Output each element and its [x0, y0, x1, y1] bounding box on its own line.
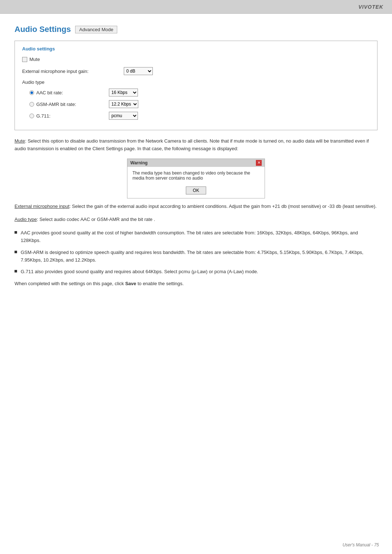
settings-box-title: Audio settings: [22, 46, 370, 52]
audio-settings-box: Audio settings Mute External microphone …: [15, 41, 377, 130]
g711-radio[interactable]: [29, 114, 34, 118]
aac-radio-row: AAC bit rate: 16 Kbps: [22, 89, 370, 97]
mute-row: Mute: [22, 57, 370, 62]
warning-close-button[interactable]: ✕: [256, 160, 262, 166]
mute-checkbox[interactable]: [22, 57, 27, 62]
gsm-radio-row: GSM-AMR bit rate: 12.2 Kbps: [22, 100, 370, 108]
audio-type-description: Audio type: Select audio codec AAC or GS…: [15, 216, 377, 223]
mute-term: Mute: [15, 138, 25, 144]
bullet-gsm-text: GSM-ARM is designed to optimize speech q…: [21, 249, 377, 264]
mute-description: Mute: Select this option to disable audi…: [15, 138, 377, 153]
gsm-radio[interactable]: [29, 102, 34, 107]
ext-mic-description: External microphone input: Select the ga…: [15, 203, 377, 210]
page-number: User's Manual - 75: [343, 542, 379, 547]
aac-label: AAC bit rate:: [36, 90, 109, 95]
bullet-square-2: [15, 251, 17, 253]
page-footer: User's Manual - 75: [343, 542, 379, 547]
gsm-select[interactable]: 12.2 Kbps: [109, 100, 138, 108]
bullet-item-aac: AAC provides good sound quality at the c…: [15, 229, 377, 245]
ext-mic-text: External microphone input: Select the ga…: [15, 203, 377, 210]
brand-logo: VIVOTEK: [359, 4, 383, 10]
mute-label: Mute: [29, 57, 40, 62]
external-mic-select[interactable]: 0 dB: [124, 67, 153, 75]
save-note-suffix: to enable the settings.: [136, 281, 184, 286]
bullet-item-gsm: GSM-ARM is designed to optimize speech q…: [15, 249, 377, 264]
g711-radio-row: G.711: pcmu: [22, 112, 370, 120]
advanced-mode-button[interactable]: Advanced Mode: [75, 26, 117, 33]
bullet-aac-text: AAC provides good sound quality at the c…: [21, 229, 377, 245]
gsm-label: GSM-AMR bit rate:: [36, 102, 109, 107]
save-note: When completed with the settings on this…: [15, 281, 377, 286]
mute-description-text: Mute: Select this option to disable audi…: [15, 138, 377, 153]
bullet-g711-text: G.711 also provides good sound quality a…: [21, 268, 258, 276]
audio-type-desc-body: : Select audio codec AAC or GSM-AMR and …: [37, 217, 155, 222]
save-note-prefix: When completed with the settings on this…: [15, 281, 125, 286]
content-area: Audio Settings Advanced Mode Audio setti…: [0, 14, 392, 301]
warning-ok-row: OK: [127, 184, 265, 198]
warning-title: Warning: [130, 160, 148, 165]
warning-dialog: Warning ✕ The media type has been change…: [127, 159, 265, 198]
warning-title-bar: Warning ✕: [127, 159, 265, 167]
ext-mic-term: External microphone input: [15, 204, 69, 209]
bullet-item-g711: G.711 also provides good sound quality a…: [15, 268, 377, 276]
bullet-square-3: [15, 270, 17, 272]
ext-mic-desc-body: : Select the gain of the external audio …: [69, 204, 377, 209]
aac-radio[interactable]: [29, 90, 34, 95]
audio-type-label: Audio type: [22, 79, 370, 85]
warning-ok-button[interactable]: OK: [186, 186, 206, 194]
page-title: Audio Settings: [15, 25, 71, 34]
warning-message: The media type has been changed to video…: [132, 171, 260, 181]
warning-content: The media type has been changed to video…: [127, 167, 265, 184]
aac-select[interactable]: 16 Kbps: [109, 89, 138, 97]
audio-type-text: Audio type: Select audio codec AAC or GS…: [15, 216, 377, 223]
top-bar: VIVOTEK: [0, 0, 392, 14]
bullet-square-1: [15, 231, 17, 234]
bullet-list: AAC provides good sound quality at the c…: [15, 229, 377, 276]
external-mic-label: External microphone input gain:: [22, 69, 124, 74]
save-word: Save: [125, 281, 136, 286]
mute-desc-body: : Select this option to disable audio tr…: [15, 138, 369, 151]
g711-label: G.711:: [36, 113, 109, 119]
audio-type-term: Audio type: [15, 217, 37, 222]
page-header: Audio Settings Advanced Mode: [15, 25, 377, 34]
external-mic-row: External microphone input gain: 0 dB: [22, 67, 370, 75]
g711-select[interactable]: pcmu: [109, 112, 138, 120]
